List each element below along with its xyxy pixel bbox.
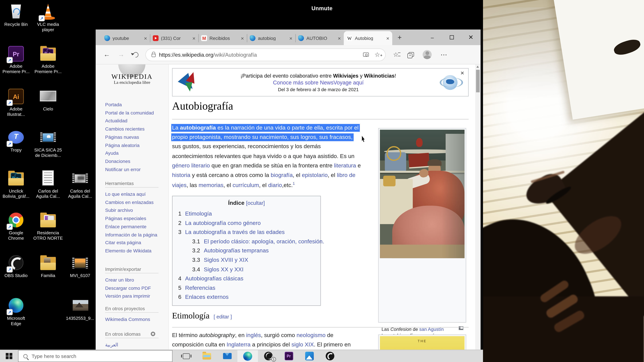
wiki-link[interactable]: inglés [246, 332, 261, 338]
toc-item[interactable]: 3.4Siglos XX y XXI [192, 265, 318, 274]
sidebar-link[interactable]: Portal de la comunidad [105, 109, 165, 117]
sidebar-link[interactable]: العربية [105, 341, 165, 349]
desktop-icon-film[interactable]: MVI_6107 [64, 254, 96, 278]
desktop-icon-vidgray[interactable]: Carlos del Aguila Cal... [64, 170, 96, 199]
taskbar-app-edge[interactable] [238, 350, 258, 362]
toc-hide-link[interactable]: [ocultar] [246, 200, 265, 206]
toc-item[interactable]: 3La autobiografía a través de las edades [178, 228, 318, 237]
wikipedia-wordmark[interactable]: WIKIPEDIA [96, 72, 168, 81]
banner-link[interactable]: Conoce más sobre NewsVoyage aquí [201, 80, 435, 86]
sidebar-link[interactable]: Crear un libro [105, 276, 165, 284]
taskbar-app-taskview[interactable] [176, 350, 196, 362]
expand-icon[interactable] [459, 326, 464, 330]
wiki-link[interactable]: diario [268, 182, 282, 188]
add-favorite-icon[interactable]: ☆ [374, 51, 381, 58]
read-aloud-icon[interactable] [363, 52, 369, 56]
sidebar-link[interactable]: Páginas nuevas [105, 133, 165, 141]
sidebar-link[interactable]: Enlace permanente [105, 222, 165, 230]
taskbar-app-obs[interactable] [320, 350, 340, 362]
sidebar-link[interactable]: Wikimedia Commons [105, 315, 165, 323]
taskbar-app-xbox[interactable]: 1 [258, 350, 278, 362]
banner-close-icon[interactable]: × [460, 69, 464, 76]
sidebar-link[interactable]: Donaciones [105, 157, 165, 165]
taskbar-app-explorer[interactable] [196, 350, 217, 362]
back-button[interactable]: ← [104, 51, 110, 58]
sidebar-link[interactable]: Notificar un error [105, 165, 165, 173]
thumbnail-san-agustin[interactable]: Las Confesion de san AgustínLa autobiogr… [378, 128, 466, 323]
toc-item[interactable]: 3.2Autobiografías tempranas [192, 246, 318, 256]
wiki-link[interactable]: biografía [271, 172, 293, 178]
toc-item[interactable]: 1Etimología [178, 209, 318, 219]
browser-tab-autobio[interactable]: AUTOBIO× [295, 31, 344, 45]
unmute-overlay-label[interactable]: Unmute [0, 5, 644, 11]
sidebar-link[interactable]: Descargar como PDF [105, 284, 165, 292]
toc-item[interactable]: 5Referencias [178, 284, 318, 293]
toc-item[interactable]: 2La autobiografía como género [178, 219, 318, 228]
menu-icon[interactable]: ··· [441, 51, 448, 58]
browser-tab-autobiog[interactable]: Autobiog× [344, 31, 392, 45]
sidebar-link[interactable]: Citar esta página [105, 239, 165, 247]
tab-close-icon[interactable]: × [386, 35, 390, 41]
wiki-link[interactable]: viajes [172, 182, 186, 188]
taskbar-app-photos[interactable] [299, 350, 320, 362]
tab-close-icon[interactable]: × [338, 35, 341, 41]
sidebar-link[interactable]: Subir archivo [105, 206, 165, 214]
desktop-icon-folderps[interactable]: PsPsUnclick Bolivia_gráf... [0, 170, 32, 199]
taskbar-app-mail[interactable] [217, 350, 237, 362]
gear-icon[interactable] [151, 332, 155, 336]
wiki-link[interactable]: epistolario [302, 172, 328, 178]
wiki-link[interactable]: currículum [232, 182, 259, 188]
wiki-link[interactable]: siglo XIX [292, 342, 314, 348]
desktop-icon-pr[interactable]: Pr↗Adobe Premiere Pr... [0, 45, 32, 74]
sidebar-link[interactable]: Portada [105, 100, 165, 109]
sidebar-link[interactable]: Cambios recientes [105, 125, 165, 133]
refresh-button[interactable] [132, 51, 140, 58]
browser-tab-autobiog[interactable]: autobiog× [247, 31, 295, 45]
desktop-icon-ai[interactable]: Ai↗Adobe Illustrat... [0, 88, 32, 117]
tab-close-icon[interactable]: × [289, 35, 292, 41]
profile-avatar[interactable] [423, 50, 432, 59]
new-tab-button[interactable]: + [396, 34, 404, 42]
desktop-icon-photo[interactable]: 14352553_9... [64, 297, 96, 321]
desktop-icon-obs[interactable]: ↗OBS Studio [0, 254, 32, 278]
toc-item[interactable]: 4Autobiografías clásicas [178, 274, 318, 283]
desktop-icon-folderphoto[interactable]: Familia [32, 254, 64, 278]
wiki-link[interactable]: género literario [172, 162, 210, 169]
edit-link[interactable]: [ editar ] [214, 314, 232, 320]
url-text[interactable]: https://es.wikipedia.org/wiki/Autobiogra… [159, 51, 360, 58]
thumbnail-yellow-book[interactable] [378, 335, 466, 350]
browser-tab--331-cor[interactable]: (331) Cor× [150, 31, 198, 45]
wiki-link[interactable]: neologismo [296, 332, 326, 338]
taskbar-search[interactable]: Type here to search [18, 350, 172, 362]
minimize-button[interactable]: – [422, 29, 442, 45]
toc-item[interactable]: 6Enlaces externos [178, 293, 318, 302]
forward-button[interactable]: → [118, 51, 124, 58]
desktop-icon-doc[interactable]: Carlos del Aguila Cal... [32, 170, 64, 199]
sidebar-link[interactable]: Versión para imprimir [105, 292, 165, 300]
close-window-button[interactable]: ✕ [461, 29, 480, 45]
toc-item[interactable]: 3.1El período clásico: apología, oración… [192, 237, 318, 246]
painting-image[interactable] [380, 130, 464, 258]
sidebar-link[interactable]: Páginas especiales [105, 214, 165, 222]
desktop-icon-imggray[interactable]: Cielo [32, 88, 64, 112]
sidebar-link[interactable]: Información de la página [105, 230, 165, 239]
desktop-icon-edge[interactable]: ↗Microsoft Edge [0, 297, 32, 327]
start-button[interactable] [0, 350, 18, 362]
tab-close-icon[interactable]: × [241, 35, 244, 41]
desktop-icon-folderpurple[interactable]: Residencia OTRO NORTE [32, 212, 64, 241]
address-bar[interactable]: https://es.wikipedia.org/wiki/Autobiogra… [146, 48, 386, 61]
wiki-link[interactable]: libro de [337, 172, 356, 178]
desktop-icon-tropy[interactable]: ↗Tropy [0, 129, 32, 153]
tab-close-icon[interactable]: × [144, 35, 147, 41]
desktop-icon-chrome[interactable]: ↗Google Chrome [0, 212, 32, 241]
sidebar-link[interactable]: Cambios en enlazadas [105, 198, 165, 206]
sidebar-link[interactable]: Ayuda [105, 149, 165, 157]
desktop-icon-vidsica[interactable]: SICA SICA 25 de Diciemb... [32, 129, 64, 158]
browser-tab-youtube[interactable]: youtube× [102, 31, 150, 45]
taskbar-app-premiere[interactable]: Pr [278, 350, 299, 362]
sidebar-link[interactable]: Lo que enlaza aquí [105, 190, 165, 198]
toc-item[interactable]: 3.3Siglos XVIII y XIX [192, 256, 318, 265]
browser-tab-recibidos[interactable]: Recibidos× [198, 31, 247, 45]
scrollbar-thumb[interactable] [476, 70, 480, 92]
desktop-icon-folderpr[interactable]: PrPrAdobe Premiere Pr... [32, 45, 64, 74]
